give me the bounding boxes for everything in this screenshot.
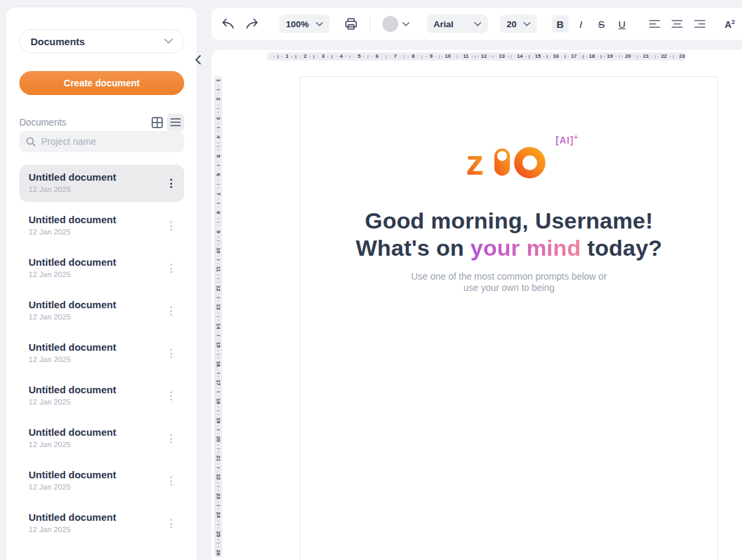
document-list-item[interactable]: Untitled document 12 Jan 2025	[19, 292, 184, 329]
ruler-number: 22	[661, 54, 667, 59]
document-title: Untitled document	[29, 426, 162, 438]
ruler-number: 18	[589, 54, 595, 59]
document-list-item[interactable]: Untitled document 12 Jan 2025	[19, 165, 184, 202]
ruler-number: 20	[215, 436, 221, 442]
sidebar-collapse-button[interactable]	[193, 54, 203, 66]
document-date: 12 Jan 2025	[29, 525, 162, 533]
ruler-number: 10	[215, 247, 221, 253]
document-list-item[interactable]: Untitled document 12 Jan 2025	[19, 207, 184, 244]
greeting-subtitle: Use one of the most common prompts below…	[301, 271, 717, 294]
ruler-number: 9	[215, 230, 221, 233]
text-color-select[interactable]	[382, 16, 410, 32]
ruler-number: 6	[215, 173, 221, 176]
italic-button[interactable]: I	[572, 15, 589, 33]
document-menu-button[interactable]	[166, 473, 176, 489]
grid-view-button[interactable]	[148, 114, 166, 131]
document-list-item[interactable]: Untitled document 12 Jan 2025	[19, 335, 184, 372]
chevron-down-icon	[523, 22, 531, 27]
align-left-button[interactable]	[645, 15, 664, 33]
document-menu-button[interactable]	[166, 515, 176, 531]
document-title: Untitled document	[29, 214, 162, 225]
ruler-number: 11	[463, 54, 469, 59]
align-right-button[interactable]	[690, 15, 709, 33]
list-view-button[interactable]	[167, 114, 184, 131]
superscript-button[interactable]: A2	[722, 19, 737, 30]
ruler-number: 12	[481, 54, 487, 59]
document-menu-button[interactable]	[166, 260, 176, 276]
ruler-number: 15	[535, 54, 541, 59]
ruler-number: 17	[215, 380, 221, 386]
ruler-number: 9	[430, 54, 432, 59]
print-button[interactable]	[342, 15, 360, 33]
logo-row: z [AI]+	[301, 143, 717, 181]
zoom-select[interactable]: 100%	[279, 15, 330, 33]
bold-button[interactable]: B	[552, 15, 568, 33]
ruler-number: 4	[340, 54, 342, 59]
superscript-label: A	[725, 19, 731, 29]
create-document-button[interactable]: Create document	[19, 71, 184, 95]
document-date: 12 Jan 2025	[29, 185, 162, 193]
ruler-number: 8	[215, 211, 221, 214]
document-title: Untitled document	[29, 171, 162, 183]
document-list-item[interactable]: Untitled document 12 Jan 2025	[19, 377, 184, 415]
vertical-ruler: 1234567891011121314151617181920212223242…	[214, 76, 222, 557]
ruler-number: 25	[215, 531, 221, 537]
ai-badge: [AI]+	[556, 133, 578, 145]
ruler-number: 10	[445, 54, 451, 59]
ruler-number: 23	[679, 54, 685, 59]
font-size-value: 20	[507, 19, 517, 29]
document-date: 12 Jan 2025	[29, 440, 162, 448]
workspace-selector[interactable]: Documents	[19, 29, 184, 53]
greeting-heading: Good morning, Username! What's on your m…	[301, 207, 717, 262]
ruler-number: 17	[571, 54, 577, 59]
document-menu-button[interactable]	[166, 218, 176, 234]
documents-list-title: Documents	[19, 117, 147, 128]
font-size-select[interactable]: 20	[500, 15, 537, 33]
underline-button[interactable]: U	[614, 15, 630, 33]
document-page[interactable]: z [AI]+ Good morning, Username! What's o…	[300, 76, 718, 560]
document-list-item[interactable]: Untitled document 12 Jan 2025	[19, 250, 184, 287]
sidebar: Documents Create document Documents Unti…	[5, 7, 197, 560]
undo-icon	[221, 18, 236, 30]
document-title: Untitled document	[29, 341, 162, 353]
ruler-number: 7	[394, 54, 396, 59]
align-center-icon	[672, 19, 683, 29]
ruler-number: 2	[215, 98, 221, 100]
document-list-item[interactable]: Untitled document 12 Jan 2025	[19, 462, 184, 500]
ruler-number: 16	[215, 361, 221, 367]
ruler-number: 21	[643, 54, 649, 59]
align-left-icon	[649, 19, 660, 29]
zoom-value: 100%	[286, 19, 309, 29]
redo-button[interactable]	[242, 15, 261, 33]
ruler-number: 13	[215, 304, 221, 310]
font-family-select[interactable]: Arial	[427, 15, 488, 33]
undo-button[interactable]	[219, 15, 238, 33]
grid-view-icon	[152, 117, 163, 128]
align-center-button[interactable]	[668, 15, 686, 33]
printer-icon	[344, 17, 358, 31]
document-menu-button[interactable]	[166, 430, 176, 446]
document-list-item[interactable]: Untitled document 12 Jan 2025	[19, 505, 184, 542]
zio-logo-icon: z	[467, 143, 552, 181]
ruler-number: 24	[215, 512, 221, 518]
document-menu-button[interactable]	[166, 388, 176, 404]
horizontal-ruler: 1234567891011121314151617181920212223	[267, 52, 685, 60]
strikethrough-button[interactable]: S	[593, 15, 610, 33]
document-title: Untitled document	[29, 512, 162, 523]
ruler-number: 11	[215, 266, 221, 272]
document-list-item[interactable]: Untitled document 12 Jan 2025	[19, 420, 184, 457]
svg-text:z: z	[467, 143, 484, 181]
color-swatch	[382, 16, 398, 32]
list-view-icon	[170, 118, 181, 126]
ruler-number: 6	[376, 54, 378, 59]
search-input[interactable]	[41, 136, 178, 147]
document-menu-button[interactable]	[166, 175, 176, 191]
chevron-down-icon	[164, 39, 173, 44]
ruler-number: 20	[625, 54, 631, 59]
ruler-number: 4	[215, 136, 221, 138]
search-box	[19, 131, 184, 152]
ruler-number: 22	[215, 474, 221, 480]
document-menu-button[interactable]	[166, 345, 176, 361]
ruler-number: 21	[215, 455, 221, 461]
document-menu-button[interactable]	[166, 303, 176, 319]
